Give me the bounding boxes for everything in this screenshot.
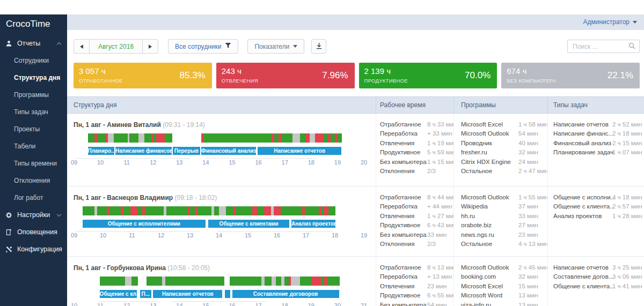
task-segment[interactable]: П... [140, 290, 151, 298]
sidebar: CrocoTime Отчеты СотрудникиСтруктура дня… [0, 14, 67, 306]
sidebar-item[interactable]: Проекты [0, 121, 67, 138]
stat-label: Остальное [461, 241, 492, 247]
employee-time-range: (09:31 - 19:14) [163, 121, 205, 129]
next-period-button[interactable] [142, 39, 158, 54]
stat-label: Остальное [461, 168, 492, 174]
sidebar-item[interactable]: Структура дня [0, 69, 67, 86]
sidebar-item[interactable]: Программы [0, 86, 67, 103]
task-segment[interactable]: Перерыв [173, 147, 200, 155]
axis-label: 09 [71, 232, 77, 238]
activity-bar [74, 277, 364, 286]
task-segment[interactable]: Написание отчетов [153, 290, 222, 298]
stat-label: Переработка [380, 130, 418, 137]
task-segment[interactable]: Общение с клиентами [208, 220, 289, 228]
productive-segment [109, 206, 121, 215]
productive-segment [97, 206, 107, 215]
stat-line: Финансовый анализ2 ч 15 мин [548, 140, 644, 149]
sidebar-item[interactable]: Табели [0, 138, 67, 155]
productive-segment [265, 277, 271, 286]
employees-filter-button[interactable]: Все сотрудники [168, 39, 238, 54]
sidebar-section-configuration[interactable]: Конфигурация [0, 241, 67, 258]
productive-segment [305, 206, 319, 215]
stat-line: Без компьютера33 мин [376, 232, 453, 241]
productive-segment [274, 133, 279, 143]
task-types-cell: Написание отчетов3 ч 25 минСоставление д… [547, 257, 644, 306]
sidebar-section-settings[interactable]: Настройки [0, 206, 67, 223]
main-content: Август 2016 Все сотрудники Показатели 3 … [67, 30, 644, 306]
sidebar-section-reports[interactable]: Отчеты [0, 35, 67, 52]
activity-chunk [88, 133, 173, 143]
search-input[interactable] [572, 42, 628, 51]
kpi-percent: 70.0% [465, 70, 491, 81]
task-segment[interactable]: Общение с исполнителями [83, 220, 206, 228]
employee-time-range: (10:58 - 20:05) [167, 264, 210, 272]
sidebar-item[interactable]: Типы времени [0, 155, 67, 172]
stat-line: Остальное2 ч 47 мин [454, 168, 547, 177]
user-menu[interactable]: Администратор [583, 18, 637, 26]
download-button[interactable] [311, 39, 326, 54]
sidebar-item[interactable]: Типы задач [0, 103, 67, 121]
productive-segment [123, 206, 130, 215]
sidebar-section-label: Оповещения [17, 228, 57, 236]
sidebar-section-notifications[interactable]: Оповещения [0, 223, 67, 241]
activity-chunk [230, 277, 340, 286]
productive-segment [284, 277, 289, 286]
idle-segment [138, 133, 144, 143]
task-segment[interactable]: Анализ проектов [291, 220, 335, 228]
task-segment[interactable]: Написание финансов.. [115, 147, 172, 155]
stat-label: Проводник [461, 140, 492, 146]
stat-value: 1 ч 28 мин [612, 213, 642, 219]
sidebar-item[interactable]: Лог работ [0, 189, 67, 206]
work-time-cell: Отработанное8 ч 13 минПереработка+ 13 ми… [376, 257, 453, 306]
productive-segment [281, 133, 292, 143]
kpi-percent: 85.3% [180, 70, 206, 81]
task-segment[interactable]: Общение с кл... [100, 290, 137, 298]
distraction-segment [305, 133, 310, 143]
stat-value: + 13 мин [427, 273, 452, 280]
stat-value: 3 ч 25 мин [612, 264, 642, 271]
column-header-day-structure: Структура дня [67, 97, 376, 113]
axis-line [206, 158, 316, 159]
idle-segment [108, 133, 114, 143]
table-row: Пн, 1 авг - Васнецов Владимир (09:18 - 1… [67, 186, 644, 257]
axis-label: 15 [202, 302, 209, 306]
axis-label: 13 [187, 232, 193, 238]
topbar: Администратор [67, 14, 644, 30]
task-segment[interactable]: Составление договоров [232, 290, 339, 298]
stat-value: 32 мин [518, 273, 538, 280]
stat-label: Отклонения [380, 241, 414, 247]
kpi-card: 3 057 чОТРАБОТАННОЕ85.3% [74, 63, 212, 88]
stat-value: 33 мин [427, 232, 447, 238]
employee-title: Пн, 1 авг - Горбункова Ирина (10:58 - 20… [67, 257, 376, 272]
productive-segment [257, 206, 264, 215]
productive-segment [300, 277, 312, 286]
period-button[interactable]: Август 2016 [89, 39, 143, 54]
stat-label: Продуктивное [380, 292, 420, 298]
stat-line: Продуктивное5 ч 59 мин [376, 149, 453, 158]
axis-label: 17 [255, 302, 262, 306]
sidebar-item[interactable]: Отклонения [0, 172, 67, 189]
stat-value: 6 ч 55 мин [427, 292, 453, 298]
stat-label: viza-info.ru [461, 302, 491, 306]
metrics-dropdown-button[interactable]: Показатели [247, 39, 304, 54]
distraction-segment [324, 206, 328, 215]
axis-label: 17 [282, 159, 288, 166]
axis-label: 16 [255, 159, 262, 166]
task-segment[interactable] [225, 290, 230, 298]
task-segment[interactable]: Написание отчетов [258, 147, 341, 155]
prev-period-button[interactable] [74, 39, 90, 54]
sidebar-section-label: Конфигурация [17, 245, 62, 253]
axis-label: 11 [123, 159, 129, 166]
stat-label: Финансовый анализ [553, 140, 611, 146]
productive-segment [166, 206, 188, 215]
stat-value: 3 ч 06 мин [612, 273, 642, 280]
activity-chunk [201, 133, 342, 143]
productive-segment [114, 133, 127, 143]
task-segment[interactable]: Планиро... [88, 147, 115, 155]
stat-line: Отработанное8 ч 44 мин [376, 194, 453, 203]
task-segment[interactable]: Финансовый анализ [201, 147, 256, 155]
stat-line: Microsoft Word13 мин [454, 292, 547, 301]
kpi-percent: 22.1% [608, 70, 633, 81]
sidebar-item[interactable]: Сотрудники [0, 52, 67, 69]
axis-label: 21 [361, 302, 367, 306]
